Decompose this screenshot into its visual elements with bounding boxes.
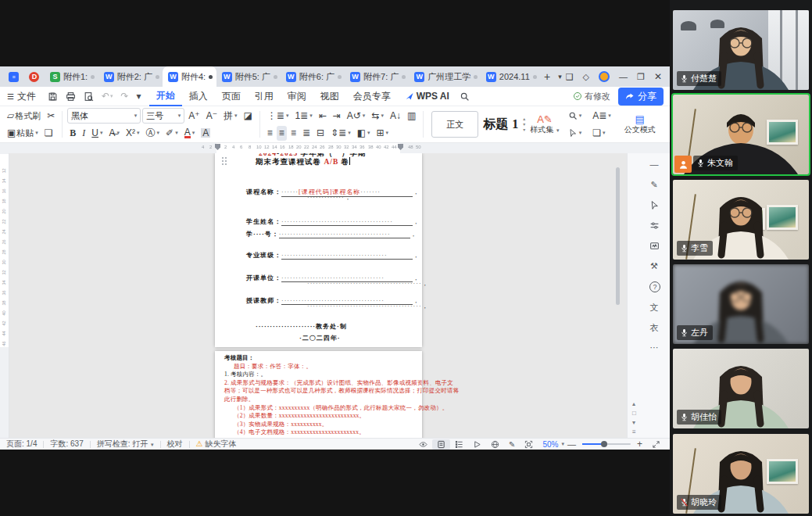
align-center-button[interactable]: ≡ [277, 126, 287, 141]
status-missing-font-warning[interactable]: ⚠缺失字体 [196, 439, 237, 450]
tab-modified-dot[interactable] [533, 75, 537, 79]
browse-object-button[interactable]: □ [632, 410, 636, 417]
next-page-button[interactable]: ▾ [632, 419, 635, 426]
print-preview-button[interactable] [80, 91, 97, 102]
integration-button[interactable]: ◇ [583, 72, 589, 82]
menu-item-插入[interactable]: 插入 [182, 87, 215, 106]
find-button[interactable]: ▾ [566, 109, 585, 124]
tab-modified-dot[interactable] [338, 75, 342, 79]
search-icon[interactable] [456, 91, 473, 102]
tools-button[interactable]: ⚒ [648, 261, 660, 271]
underline-button[interactable]: U▾ [89, 126, 105, 141]
undo-button[interactable]: ↶▾ [98, 91, 116, 102]
menu-item-引用[interactable]: 引用 [248, 87, 281, 106]
participant-tile-胡晓玲[interactable]: 胡晓玲 [673, 434, 809, 514]
prev-page-button[interactable]: ▴ [632, 400, 635, 407]
settings-sliders-button[interactable] [648, 220, 660, 232]
read-mode-button[interactable] [414, 440, 432, 449]
tab-modified-dot[interactable] [402, 75, 406, 79]
decrease-font-button[interactable]: A⁻ [204, 109, 220, 124]
outline-view-button[interactable] [450, 440, 468, 449]
tab-modified-dot[interactable] [274, 75, 277, 79]
increase-font-button[interactable]: A⁺ [186, 109, 202, 124]
menu-item-视图[interactable]: 视图 [313, 87, 346, 106]
doc-tab-2024.11[interactable]: W2024.11 [481, 66, 540, 87]
sort-button[interactable]: A↓ [388, 109, 403, 124]
participant-tile-左丹[interactable]: 左丹 [673, 264, 809, 344]
increase-indent-button[interactable]: ⇥ [331, 109, 343, 124]
columns-button[interactable]: ▥ [405, 109, 418, 124]
text-direction-button[interactable]: A↺▾ [345, 109, 368, 124]
zoom-slider[interactable] [582, 443, 631, 445]
menu-item-会员专享[interactable]: 会员专享 [346, 87, 398, 106]
distributed-button[interactable]: ⊟ [314, 126, 327, 141]
page-view-button[interactable] [432, 439, 450, 450]
zoom-chevron-icon[interactable]: ▾ [561, 441, 564, 447]
paragraph-drag-handle[interactable] [222, 157, 228, 166]
style-gallery-spinner[interactable]: ▴▾▾ [523, 116, 525, 133]
restore-button[interactable]: ❐ [637, 72, 645, 82]
fit-page-button[interactable] [520, 440, 538, 449]
vertical-scrollbar[interactable] [616, 167, 620, 305]
font-color-button[interactable]: A▾ [182, 126, 198, 141]
save-button[interactable] [45, 91, 61, 102]
text-effects-button[interactable]: Ⓐ▾ [144, 126, 163, 141]
text-tool-button[interactable]: A≣▾ [590, 109, 613, 124]
participant-tile-李雪[interactable]: 李雪 [673, 180, 809, 260]
align-right-button[interactable]: ≡ [288, 126, 299, 141]
collapse-sidebar-button[interactable]: — [648, 159, 660, 169]
highlight-button[interactable]: ✐▾ [163, 126, 181, 141]
doc-tab-附件5: 广[interactable]: W附件5: 广 [216, 66, 281, 87]
print-button[interactable] [63, 91, 79, 102]
account-avatar[interactable] [599, 71, 610, 82]
wps-home-tab[interactable]: ≡ [3, 66, 23, 87]
tab-modified-dot[interactable] [474, 75, 478, 79]
char-shading-button[interactable]: A [199, 126, 213, 141]
justify-button[interactable]: ≣ [300, 126, 313, 141]
status-word-count[interactable]: 字数: 637 [50, 439, 83, 450]
browse-select-button[interactable]: ≡ [632, 428, 636, 435]
select-button[interactable]: ▾ [566, 126, 585, 141]
menu-item-页面[interactable]: 页面 [215, 87, 248, 106]
superscript-button[interactable]: X²▾ [123, 126, 142, 141]
gov-document-mode-button[interactable]: ▤公文模式 [624, 114, 656, 134]
edit-pen-button[interactable]: ✎ [648, 180, 660, 190]
menu-item-开始[interactable]: 开始 [149, 86, 182, 106]
clear-format-button[interactable]: ◪ [241, 109, 255, 124]
status-proofread-button[interactable]: 校对 [167, 439, 183, 450]
share-button[interactable]: 分享 [618, 88, 664, 106]
new-tab-button[interactable]: + [540, 66, 554, 87]
select-tool-button[interactable] [648, 200, 660, 212]
document-page-1[interactable]: 2024-2025 学年第（一）学期期末考查课程试卷 A/B 卷课程名称：···… [215, 153, 422, 347]
field-underline[interactable]: ····································· [281, 252, 413, 260]
file-menu-button[interactable]: ☰文件 [0, 87, 43, 106]
fullscreen-button[interactable] [647, 440, 665, 449]
doc-assistant-button[interactable] [648, 241, 660, 253]
help-button[interactable]: ? [649, 281, 660, 292]
bold-button[interactable]: B [67, 126, 78, 141]
numbered-list-button[interactable]: 1≣▾ [292, 109, 314, 124]
object-layer-button[interactable]: ❏▾ [590, 126, 613, 141]
strikethrough-button[interactable]: A̶▾ [107, 126, 123, 141]
doc-tab-附件1:[interactable]: S附件1: [45, 66, 98, 87]
slideshow-button[interactable] [468, 440, 486, 449]
field-underline[interactable]: ······································· [279, 231, 410, 238]
redo-button[interactable]: ↷ [118, 91, 132, 102]
tab-list-chevron-icon[interactable]: ▾ [554, 66, 566, 87]
status-page-count[interactable]: 页面: 1/4 [6, 439, 37, 450]
zoom-value[interactable]: 50% [542, 440, 558, 449]
skin-button[interactable]: 衣 [648, 322, 660, 334]
style-body-option[interactable]: 正文 [431, 111, 478, 138]
quick-more-button[interactable]: ▾ [134, 91, 145, 102]
doc-tab-附件4:[interactable]: W附件4: [163, 66, 216, 87]
pdf-tab[interactable]: D [23, 66, 44, 87]
document-page-2[interactable]: 考核题目：题目：要求：作答：字体：。1. 考核内容：。2. 成果形式与规格要求：… [215, 351, 422, 438]
paste-button[interactable]: ▣粘贴▾ [5, 126, 41, 141]
web-view-button[interactable] [486, 440, 504, 449]
style-set-button[interactable]: A✎样式集 ▾ [530, 114, 559, 135]
horizontal-ruler[interactable]: 4224681012141618202224262830323436384042… [0, 143, 670, 154]
cut-button[interactable]: ✂ [45, 109, 57, 124]
participant-tile-付楚楚[interactable]: 付楚楚 [673, 10, 809, 90]
vertical-ruler[interactable]: 121416182022242628303234363840424446 [0, 153, 9, 438]
tab-modified-dot[interactable] [91, 75, 95, 79]
